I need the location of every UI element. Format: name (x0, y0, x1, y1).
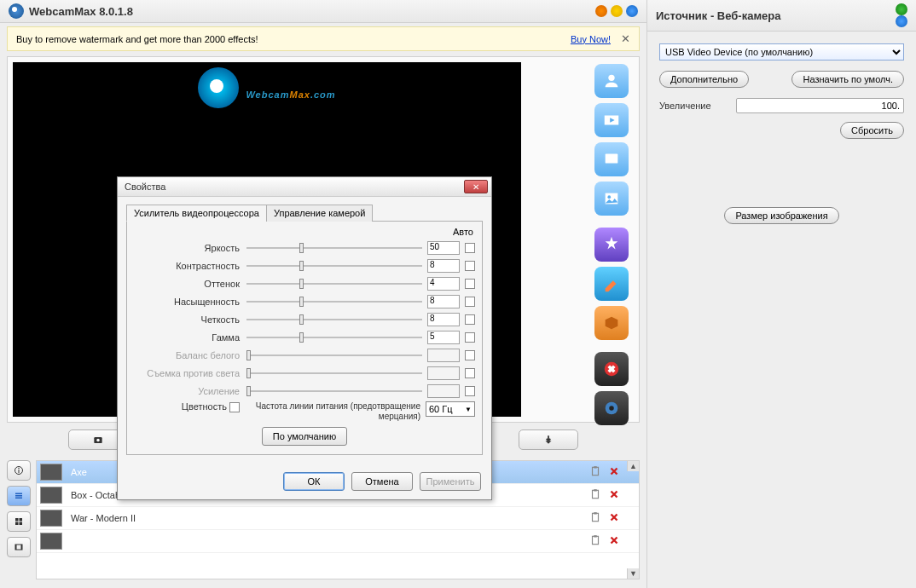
cancel-button[interactable]: Отмена (351, 472, 413, 491)
preview-area: WebcamMax.com Свойства ✕ (7, 56, 640, 423)
prop-slider[interactable] (246, 241, 422, 255)
prop-label: Баланс белого (134, 350, 246, 360)
prop-value-input[interactable]: 4 (427, 277, 460, 291)
promo-close-icon[interactable]: ✕ (621, 32, 630, 45)
prop-row-4: Четкость8 (134, 310, 475, 328)
prop-value-input[interactable]: 5 (427, 331, 460, 344)
powerline-freq-select[interactable]: 60 Гц▼ (426, 401, 475, 417)
svg-rect-26 (15, 522, 19, 526)
dialog-close-button[interactable]: ✕ (464, 180, 488, 193)
svg-rect-38 (594, 535, 597, 537)
effect-name: War - Modern II (71, 513, 584, 523)
prop-auto-checkbox[interactable] (465, 332, 475, 343)
window-control-3[interactable] (626, 5, 638, 17)
window-control-2[interactable] (611, 5, 623, 17)
defaults-button[interactable]: По умолчанию (262, 427, 347, 446)
tab-camera-control[interactable]: Управление камерой (266, 205, 373, 222)
prop-row-6: Баланс белого (134, 346, 475, 364)
svg-rect-21 (15, 493, 22, 495)
prop-value-input[interactable]: 50 (427, 241, 460, 255)
color-enable-label: Цветность (182, 401, 227, 412)
settings-gear-icon[interactable] (594, 391, 629, 425)
remove-icon[interactable] (608, 488, 622, 502)
prop-auto-checkbox[interactable] (465, 297, 475, 307)
prop-auto-checkbox[interactable] (465, 261, 475, 271)
remove-icon[interactable] (608, 465, 622, 479)
dialog-titlebar[interactable]: Свойства ✕ (118, 177, 491, 197)
download-button[interactable] (519, 429, 578, 450)
svg-rect-34 (594, 489, 597, 491)
properties-dialog: Свойства ✕ Усилитель видеопроцессора Упр… (117, 176, 492, 500)
svg-rect-3 (606, 154, 618, 164)
effect-box-icon[interactable] (594, 306, 629, 340)
prop-row-0: Яркость50 (134, 239, 475, 257)
effects-grid-button[interactable] (7, 511, 31, 532)
prop-slider[interactable] (246, 277, 422, 291)
effect-draw-icon[interactable] (594, 267, 629, 301)
prop-row-1: Контрастность8 (134, 257, 475, 274)
image-size-button[interactable]: Размер изображения (724, 207, 838, 224)
effect-wizard-icon[interactable] (594, 228, 629, 262)
source-desktop-icon[interactable] (594, 142, 629, 176)
source-person-icon[interactable] (594, 64, 629, 98)
prop-slider[interactable] (246, 313, 422, 326)
clipboard-icon[interactable] (589, 511, 603, 525)
zoom-slider[interactable]: 100. (736, 98, 904, 113)
tab-video-proc-amp[interactable]: Усилитель видеопроцессора (126, 205, 267, 222)
effects-info-button[interactable] (7, 460, 31, 481)
prop-auto-checkbox[interactable] (465, 314, 475, 325)
effects-list-button[interactable] (7, 486, 31, 506)
powerline-freq-label: Частота линии питания (предотвращение ме… (246, 401, 426, 422)
ok-button[interactable]: ОК (283, 472, 345, 491)
prop-value-input[interactable]: 8 (427, 313, 460, 326)
svg-rect-33 (593, 490, 599, 498)
buy-now-link[interactable]: Buy Now! (571, 34, 611, 44)
prop-row-7: Съемка против света (134, 364, 475, 382)
prop-value-input[interactable]: 8 (427, 259, 460, 273)
clipboard-icon[interactable] (589, 465, 603, 479)
device-select[interactable]: USB Video Device (по умолчанию) (659, 43, 904, 61)
prop-row-2: Оттенок4 (134, 274, 475, 292)
effects-scroll-down[interactable]: ▼ (627, 568, 639, 579)
svg-point-11 (609, 406, 614, 411)
panel-control-1[interactable] (896, 3, 907, 15)
prop-value-input[interactable]: 8 (427, 295, 460, 308)
prop-label: Четкость (134, 314, 246, 325)
prop-slider[interactable] (246, 331, 422, 344)
panel-control-2[interactable] (896, 15, 907, 27)
watermark-eye-icon (198, 67, 239, 108)
prop-slider[interactable] (246, 259, 422, 273)
zoom-value: 100. (882, 101, 900, 111)
prop-row-8: Усиление (134, 382, 475, 400)
clipboard-icon[interactable] (589, 534, 603, 548)
effect-item[interactable]: War - Modern II (37, 507, 639, 530)
effects-film-button[interactable] (7, 537, 31, 557)
prop-auto-checkbox[interactable] (465, 243, 475, 253)
effects-scroll-up[interactable]: ▲ (627, 461, 639, 471)
svg-point-5 (607, 195, 611, 199)
reset-button[interactable]: Сбросить (840, 122, 904, 139)
prop-slider[interactable] (246, 295, 422, 308)
remove-icon[interactable] (608, 534, 622, 548)
app-title-bar: WebcamMax 8.0.1.8 (0, 0, 646, 23)
prop-label: Насыщенность (134, 297, 246, 307)
set-default-button[interactable]: Назначить по умолч. (791, 71, 904, 88)
window-control-1[interactable] (595, 5, 607, 17)
advanced-button[interactable]: Дополнительно (659, 71, 749, 88)
prop-auto-checkbox[interactable] (465, 279, 475, 289)
effect-remove-icon[interactable] (594, 352, 629, 386)
prop-value-input (427, 349, 460, 362)
source-video-icon[interactable] (594, 103, 629, 137)
clipboard-icon[interactable] (589, 488, 603, 502)
color-enable-checkbox[interactable] (229, 402, 240, 412)
wm-part2: Max (289, 89, 310, 100)
svg-point-0 (608, 75, 614, 81)
prop-slider (246, 366, 422, 380)
effect-item[interactable] (37, 530, 639, 553)
svg-point-19 (18, 468, 20, 470)
watermark-banner: WebcamMax.com (198, 67, 335, 108)
source-image-icon[interactable] (594, 182, 629, 216)
remove-icon[interactable] (608, 511, 622, 525)
prop-label: Оттенок (134, 279, 246, 289)
auto-header: Авто (453, 227, 473, 237)
